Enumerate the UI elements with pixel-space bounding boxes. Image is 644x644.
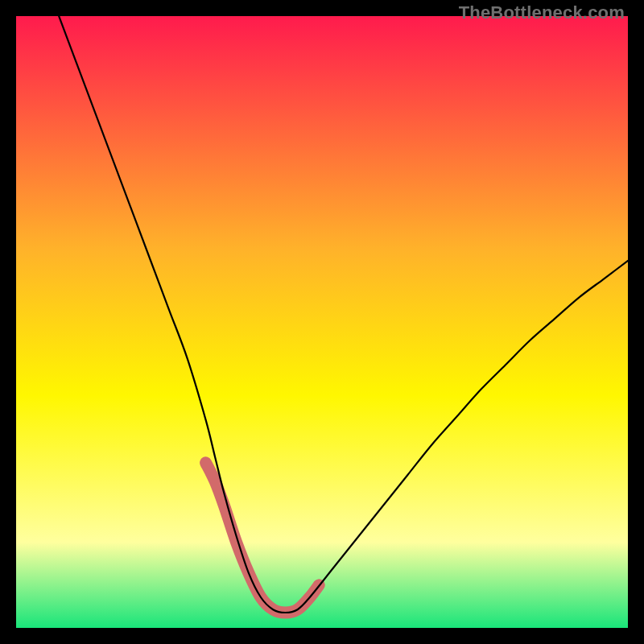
bottleneck-chart	[16, 16, 628, 628]
watermark-text: TheBottleneck.com	[459, 2, 625, 23]
gradient-background	[16, 16, 628, 628]
